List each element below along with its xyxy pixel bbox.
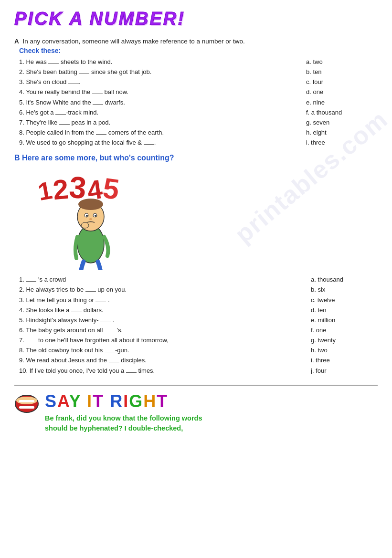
exercise-list-b: 1. 's a crowd 2. He always tries to be u…	[19, 275, 301, 375]
counting-image-area: 1 2 3 4 5	[14, 165, 177, 270]
list-item: 9. We used to go shopping at the local f…	[19, 138, 292, 147]
list-item: 5. Hindsight's always twenty- .	[19, 316, 301, 325]
sir-letter-a: A	[57, 391, 69, 411]
answer-item: g. twenty	[311, 336, 378, 345]
list-item: 9. We read about Jesus and the disciples…	[19, 356, 301, 365]
sir-letter-i: I	[87, 391, 93, 411]
answer-item: e. nine	[306, 98, 378, 107]
answer-item: g. seven	[306, 118, 378, 127]
sir-letter-t: T	[93, 391, 104, 411]
mouth-icon	[14, 394, 39, 418]
answer-item: d. one	[306, 87, 378, 97]
list-item: 7. to one he'll have forgotten all about…	[19, 336, 301, 345]
exercise-left-a: 1. He was sheets to the wind. 2. She's b…	[19, 57, 292, 148]
exercise-list-a: 1. He was sheets to the wind. 2. She's b…	[19, 57, 292, 147]
svg-point-7	[89, 218, 92, 220]
sir-letter-r: R	[110, 391, 123, 411]
answer-item: b. ten	[306, 67, 378, 77]
say-it-right-section: SAY IT RIGHT Be frank, did you know that…	[14, 385, 378, 434]
exercise-block-b: 1. 's a crowd 2. He always tries to be u…	[19, 275, 378, 376]
sir-letter-h: H	[143, 391, 157, 411]
svg-rect-15	[19, 400, 34, 402]
say-it-right-sub: Be frank, did you know that the followin…	[45, 413, 378, 433]
list-item: 1. He was sheets to the wind.	[19, 57, 292, 67]
list-item: 6. He's got a -track mind.	[19, 108, 292, 117]
list-item: 6. The baby gets around on all 's.	[19, 326, 301, 335]
answer-item: i. three	[311, 356, 378, 365]
answer-item: h. two	[311, 346, 378, 355]
answer-item: e. million	[311, 316, 378, 325]
svg-point-8	[81, 222, 89, 228]
sir-letter-g: G	[129, 391, 143, 411]
list-item: 3. She's on cloud .	[19, 77, 292, 87]
list-item: 1. 's a crowd	[19, 275, 301, 284]
section-a-letter: A	[14, 38, 19, 45]
list-item: 10. If I've told you once, I've told you…	[19, 366, 301, 376]
check-these-label: Check these:	[19, 47, 378, 54]
list-item: 4. She looks like a dollars.	[19, 305, 301, 315]
answer-item: d. ten	[311, 305, 378, 315]
list-item: 8. People called in from the corners of …	[19, 128, 292, 137]
exercise-right-b: a. thousand b. six c. twelve d. ten e. m…	[301, 275, 378, 376]
answer-item: h. eight	[306, 128, 378, 137]
answer-item: a. two	[306, 57, 378, 67]
number-1: 1	[36, 176, 54, 206]
sir-space	[81, 391, 87, 411]
svg-point-2	[78, 199, 103, 210]
answer-item: i. three	[306, 138, 378, 147]
svg-point-6	[95, 215, 96, 217]
svg-point-4	[86, 215, 88, 217]
answer-item: b. six	[311, 285, 378, 295]
exercise-block-a: 1. He was sheets to the wind. 2. She's b…	[19, 57, 378, 148]
exercise-left-b: 1. 's a crowd 2. He always tries to be u…	[19, 275, 301, 376]
sir-letter-y: Y	[69, 391, 81, 411]
list-item: 3. Let me tell you a thing or .	[19, 295, 301, 305]
svg-rect-16	[19, 406, 34, 409]
list-item: 7. They're like peas in a pod.	[19, 118, 292, 127]
list-item: 4. You're really behind the ball now.	[19, 87, 292, 97]
page: printables.com PICK A NUMBER! A In any c…	[0, 0, 392, 558]
answer-item: f. a thousand	[306, 108, 378, 117]
list-item: 2. He always tries to be up on you.	[19, 285, 301, 295]
section-a-intro: A In any conversation, someone will alwa…	[14, 38, 378, 45]
answer-item: c. four	[306, 77, 378, 87]
sir-letter-s: S	[45, 391, 57, 411]
list-item: 2. She's been batting since she got that…	[19, 67, 292, 77]
answer-item: j. four	[311, 366, 378, 376]
section-a-intro-text: In any conversation, someone will always…	[23, 38, 245, 45]
answer-item: a. thousand	[311, 275, 378, 284]
sir-content: SAY IT RIGHT Be frank, did you know that…	[45, 392, 378, 434]
say-it-right-title: SAY IT RIGHT	[45, 392, 378, 411]
answer-item: f. one	[311, 326, 378, 335]
page-title: PICK A NUMBER!	[14, 9, 378, 29]
exercise-right-a: a. two b. ten c. four d. one e. nine f. …	[292, 57, 378, 148]
section-b-title: B Here are some more, but who's counting…	[14, 154, 378, 162]
sir-letter-i2: I	[123, 391, 129, 411]
list-item: 5. It's Snow White and the dwarfs.	[19, 98, 292, 107]
list-item: 8. The old cowboy took out his -gun.	[19, 346, 301, 355]
cartoon-figure	[53, 175, 129, 270]
sir-letter-t2: T	[157, 391, 168, 411]
answer-item: c. twelve	[311, 295, 378, 305]
